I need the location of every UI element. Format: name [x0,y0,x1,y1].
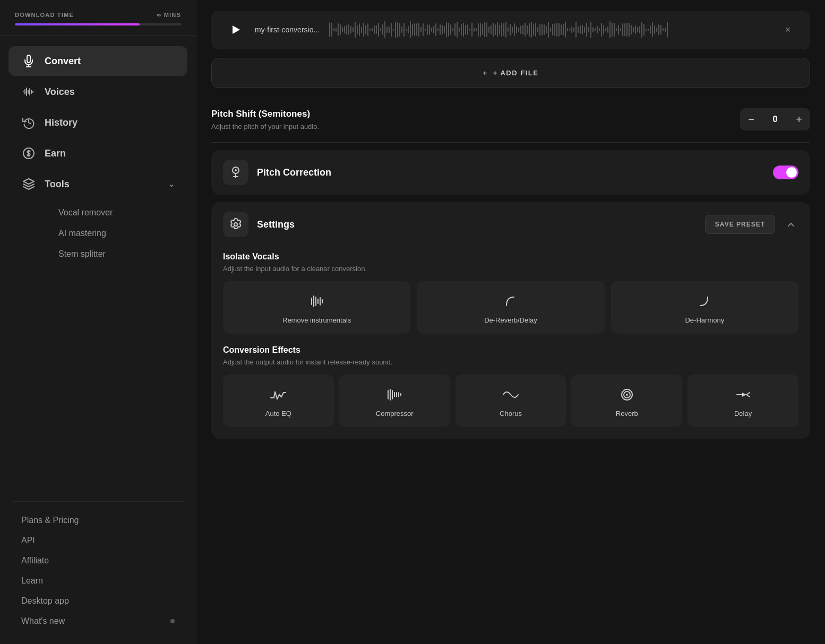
delay-label: Delay [734,410,752,417]
sidebar-divider [13,501,183,502]
mic-icon [21,54,36,68]
main-content: my-first-conversio... × + + ADD FILE Pit… [196,0,825,644]
compressor-icon [386,386,403,403]
pitch-value: 0 [762,114,788,125]
download-value: ∞ MINS [157,12,181,18]
collapse-icon[interactable] [784,217,798,232]
de-harmony-label: De-Harmony [685,316,724,324]
sidebar-item-affiliate[interactable]: Affiliate [8,551,187,571]
sidebar-item-tools-label: Tools [45,179,70,190]
pitch-correction-card: Pitch Correction [211,150,810,195]
audio-waveform [329,20,771,39]
settings-card: Settings SAVE PRESET Isolate Vocals Adju… [211,202,810,439]
sidebar-item-whats-new[interactable]: What's new [8,611,187,631]
pitch-correction-header: Pitch Correction [211,150,810,195]
history-icon [21,115,36,130]
sidebar-item-tools[interactable]: Tools ⌄ [8,169,187,199]
isolate-vocals-grid: Remove instrumentals De-Reverb/Delay [223,281,798,334]
reverb-icon [502,293,519,310]
pitch-shift-section: Pitch Shift (Semitones) Adjust the pitch… [211,97,810,143]
sidebar: DOWNLOAD TIME ∞ MINS Convert [0,0,196,644]
nav-items: Convert Voices [0,36,196,497]
svg-line-36 [746,395,750,397]
sidebar-item-plans[interactable]: Plans & Pricing [8,510,187,530]
tools-sub-items: Vocal remover AI mastering Stem splitter [0,200,196,267]
settings-header: Settings SAVE PRESET [211,202,810,247]
sidebar-item-vocal-remover[interactable]: Vocal remover [46,203,187,223]
conversion-effects-title: Conversion Effects [223,345,798,355]
settings-title: Settings [257,219,697,230]
close-audio-button[interactable]: × [780,22,795,37]
svg-point-32 [626,394,628,396]
pitch-correction-icon [223,160,248,185]
effect-tile-delay[interactable]: Delay [688,375,798,427]
svg-marker-11 [233,25,240,34]
sidebar-item-earn[interactable]: Earn [8,138,187,168]
reverb-label: Reverb [616,410,638,417]
download-label: DOWNLOAD TIME [15,12,74,18]
sidebar-item-ai-mastering[interactable]: AI mastering [46,223,187,243]
svg-marker-34 [742,393,746,397]
sidebar-item-history[interactable]: History [8,108,187,137]
chorus-label: Chorus [500,410,522,417]
plus-icon: + [483,69,488,77]
audio-filename: my-first-conversio... [255,25,320,34]
effect-tile-de-harmony[interactable]: De-Harmony [611,281,798,334]
conversion-effects-desc: Adjust the output audio for instant rele… [223,358,798,366]
sidebar-item-history-label: History [45,117,78,128]
compressor-label: Compressor [376,410,414,417]
pitch-correction-title: Pitch Correction [257,167,764,178]
chevron-down-icon: ⌄ [168,180,175,188]
sidebar-item-earn-label: Earn [45,148,66,159]
remove-instrumentals-label: Remove instrumentals [282,316,351,324]
pitch-decrease-button[interactable]: − [740,108,762,130]
settings-icon-box [223,212,248,237]
save-preset-button[interactable]: SAVE PRESET [705,215,775,234]
sidebar-item-voices[interactable]: Voices [8,77,187,107]
pitch-control: − 0 + [740,108,810,130]
add-file-button[interactable]: + + ADD FILE [211,58,810,88]
sidebar-item-stem-splitter[interactable]: Stem splitter [46,244,187,264]
auto-eq-label: Auto EQ [265,410,291,417]
chorus-icon [502,386,519,403]
effect-tile-reverb[interactable]: Reverb [571,375,682,427]
effect-tile-remove-instrumentals[interactable]: Remove instrumentals [223,281,410,334]
effect-tile-compressor[interactable]: Compressor [339,375,450,427]
bottom-links: Plans & Pricing API Affiliate Learn Desk… [0,506,196,644]
effect-tile-chorus[interactable]: Chorus [456,375,566,427]
settings-body: Isolate Vocals Adjust the input audio fo… [211,247,810,439]
sidebar-item-convert-label: Convert [45,56,81,67]
audio-player: my-first-conversio... × [211,11,810,49]
sidebar-item-learn[interactable]: Learn [8,571,187,591]
isolate-vocals-title: Isolate Vocals [223,252,798,262]
effect-tile-auto-eq[interactable]: Auto EQ [223,375,334,427]
svg-point-16 [234,223,237,226]
toggle-knob [786,167,797,178]
download-progress-track [15,23,181,25]
svg-point-13 [235,169,237,171]
sidebar-item-convert[interactable]: Convert [8,46,187,76]
sidebar-item-api[interactable]: API [8,530,187,551]
pitch-correction-toggle[interactable] [773,166,798,179]
whats-new-dot [170,619,175,623]
pitch-title: Pitch Shift (Semitones) [211,109,319,119]
play-button[interactable] [226,20,245,39]
sidebar-item-desktop[interactable]: Desktop app [8,591,187,611]
tools-icon [21,177,36,192]
harmony-icon [696,293,713,310]
dollar-icon [21,146,36,161]
pitch-increase-button[interactable]: + [788,108,810,130]
waveform-icon [21,84,36,99]
reverb2-icon [618,386,635,403]
isolate-vocals-desc: Adjust the input audio for a cleaner con… [223,265,798,273]
pitch-info: Pitch Shift (Semitones) Adjust the pitch… [211,109,319,130]
conversion-effects-grid: Auto EQ Co [223,375,798,427]
eq-icon [270,386,287,403]
download-progress-fill [15,23,140,25]
effect-tile-de-reverb[interactable]: De-Reverb/Delay [417,281,604,334]
pitch-description: Adjust the pitch of your input audio. [211,123,319,130]
de-reverb-label: De-Reverb/Delay [484,316,537,324]
delay-icon [735,386,752,403]
download-bar: DOWNLOAD TIME ∞ MINS [0,0,196,36]
sidebar-item-voices-label: Voices [45,86,75,98]
